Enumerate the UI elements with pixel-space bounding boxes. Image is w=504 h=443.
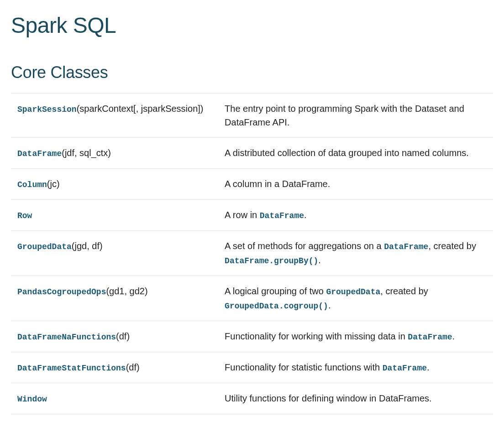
class-signature-cell: SparkSession(sparkContext[, jsparkSessio…: [11, 94, 218, 138]
inline-code-link[interactable]: GroupedData.cogroup(): [225, 302, 328, 311]
class-link[interactable]: PandasCogroupedOps: [17, 287, 106, 297]
class-description-cell: A logical grouping of two GroupedData, c…: [218, 276, 493, 321]
table-row: RowA row in DataFrame.: [11, 200, 493, 231]
inline-code-link[interactable]: GroupedData: [326, 287, 380, 297]
class-link[interactable]: Row: [17, 211, 32, 220]
class-signature-cell: GroupedData(jgd, df): [11, 231, 218, 276]
class-signature-cell: DataFrame(jdf, sql_ctx): [11, 138, 218, 169]
table-row: GroupedData(jgd, df)A set of methods for…: [11, 231, 493, 276]
class-signature-cell: PandasCogroupedOps(gd1, gd2): [11, 276, 218, 321]
class-params: (sparkContext[, jsparkSession]): [77, 104, 204, 114]
class-params: (gd1, gd2): [106, 286, 147, 296]
class-link[interactable]: SparkSession: [17, 105, 77, 114]
class-description-cell: Functionality for statistic functions wi…: [218, 352, 493, 383]
class-description-cell: Functionality for working with missing d…: [218, 321, 493, 352]
class-params: (jgd, df): [72, 241, 103, 251]
table-row: SparkSession(sparkContext[, jsparkSessio…: [11, 94, 493, 138]
class-link[interactable]: DataFrameStatFunctions: [17, 364, 126, 373]
class-description-cell: Utility functions for defining window in…: [218, 383, 493, 414]
page-title: Spark SQL: [11, 9, 493, 42]
table-row: PandasCogroupedOps(gd1, gd2)A logical gr…: [11, 276, 493, 321]
class-params: (jc): [47, 179, 60, 189]
section-title: Core Classes: [11, 60, 493, 85]
class-params: (df): [126, 362, 140, 372]
class-signature-cell: DataFrameNaFunctions(df): [11, 321, 218, 352]
class-description-cell: A set of methods for aggregations on a D…: [218, 231, 493, 276]
class-signature-cell: Column(jc): [11, 169, 218, 200]
class-description-cell: A row in DataFrame.: [218, 200, 493, 231]
class-link[interactable]: DataFrame: [17, 149, 62, 158]
class-description-cell: The entry point to programming Spark wit…: [218, 94, 493, 138]
class-link[interactable]: GroupedData: [17, 242, 72, 251]
class-signature-cell: Row: [11, 200, 218, 231]
class-params: (jdf, sql_ctx): [62, 148, 111, 158]
table-row: Column(jc)A column in a DataFrame.: [11, 169, 493, 200]
class-link[interactable]: Column: [17, 180, 47, 189]
inline-code-link[interactable]: DataFrame: [383, 364, 427, 373]
inline-code-link[interactable]: DataFrame: [260, 211, 304, 220]
class-signature-cell: Window: [11, 383, 218, 414]
class-description-cell: A distributed collection of data grouped…: [218, 138, 493, 169]
inline-code-link[interactable]: DataFrame: [408, 333, 452, 342]
class-description-cell: A column in a DataFrame.: [218, 169, 493, 200]
core-classes-table: SparkSession(sparkContext[, jsparkSessio…: [11, 93, 493, 414]
class-signature-cell: DataFrameStatFunctions(df): [11, 352, 218, 383]
class-link[interactable]: DataFrameNaFunctions: [17, 333, 116, 342]
table-row: DataFrameNaFunctions(df)Functionality fo…: [11, 321, 493, 352]
table-row: DataFrameStatFunctions(df)Functionality …: [11, 352, 493, 383]
class-link[interactable]: Window: [17, 395, 47, 404]
inline-code-link[interactable]: DataFrame: [384, 242, 428, 251]
class-params: (df): [116, 331, 130, 341]
table-row: WindowUtility functions for defining win…: [11, 383, 493, 414]
table-row: DataFrame(jdf, sql_ctx)A distributed col…: [11, 138, 493, 169]
inline-code-link[interactable]: DataFrame.groupBy(): [225, 256, 318, 266]
